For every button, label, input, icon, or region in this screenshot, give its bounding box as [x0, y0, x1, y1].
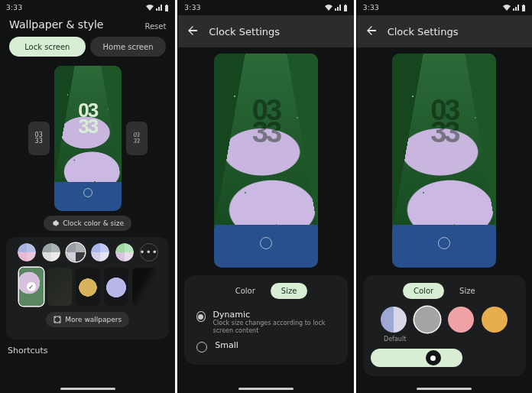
more-colors-button[interactable]: •••: [140, 243, 158, 261]
theme-card: ••• ✓ More wallpapers: [6, 237, 169, 339]
signal-icon: [513, 5, 519, 11]
phone-wallpaper-style: 3:33 Wallpaper & style Reset Lock screen…: [0, 0, 175, 393]
clock-color-size-label: Clock color & size: [63, 219, 124, 227]
check-icon: ✓: [27, 282, 36, 291]
section-shortcuts: Shortcuts: [8, 346, 167, 356]
phone-clock-color: 3:33 Clock Settings 03 33 Color Size Def…: [356, 0, 532, 393]
signal-icon: [335, 5, 341, 11]
clock-settings-sheet: Color Size Default: [363, 275, 526, 376]
clock-color-swatch[interactable]: [448, 307, 474, 333]
app-bar: Wallpaper & style Reset: [0, 15, 175, 37]
wallpaper-thumb[interactable]: ✓: [19, 268, 44, 306]
screen-toggle: Lock screen Home screen: [0, 37, 175, 63]
default-label: Default: [372, 336, 418, 343]
tab-lock-screen[interactable]: Lock screen: [9, 37, 86, 57]
clock-face-option-right[interactable]: 03 33: [126, 122, 148, 155]
clock-color-swatch[interactable]: [482, 307, 508, 333]
tab-home-screen[interactable]: Home screen: [90, 37, 167, 57]
phone-clock-size: 3:33 Clock Settings 03 33 Color Size Dyn…: [177, 0, 353, 393]
segment-size[interactable]: Size: [449, 283, 486, 299]
status-time: 3:33: [363, 4, 379, 11]
signal-icon: [156, 5, 162, 11]
battery-icon: [343, 5, 348, 11]
radio-checked-icon: [196, 311, 205, 322]
reset-button[interactable]: Reset: [144, 22, 166, 31]
app-bar: Clock Settings: [357, 15, 532, 47]
back-arrow-icon: [187, 25, 198, 36]
segment-size[interactable]: Size: [271, 283, 308, 299]
fingerprint-icon: [438, 237, 450, 249]
status-bar: 3:33: [0, 0, 175, 15]
fingerprint-icon: [83, 188, 92, 197]
preview-clock: 03 33: [78, 102, 97, 134]
color-swatch-row: •••: [12, 243, 163, 261]
status-time: 3:33: [6, 4, 22, 11]
wifi-icon: [146, 5, 154, 11]
nav-bar[interactable]: [0, 384, 175, 393]
saturation-slider[interactable]: [371, 349, 462, 367]
lock-preview-row: 03 33 03 33 03 33: [0, 63, 175, 216]
clock-settings-sheet: Color Size Dynamic Clock size changes ac…: [184, 275, 347, 365]
status-icons: [503, 5, 526, 11]
more-wallpapers-label: More wallpapers: [65, 316, 122, 323]
color-size-segment: Color Size: [371, 283, 518, 299]
segment-color[interactable]: Color: [225, 283, 266, 299]
size-option-dynamic[interactable]: Dynamic Clock size changes according to …: [192, 307, 339, 337]
wallpaper-icon: [54, 316, 61, 323]
app-bar: Clock Settings: [178, 15, 353, 47]
back-arrow-icon: [366, 25, 377, 36]
preview-clock: 03 33: [430, 99, 458, 145]
color-size-segment: Color Size: [192, 283, 339, 299]
small-title: Small: [215, 340, 238, 350]
status-icons: [325, 5, 348, 11]
dynamic-title: Dynamic: [213, 310, 336, 320]
clock-color-swatch-row: [371, 307, 518, 333]
lock-screen-preview[interactable]: 03 33: [392, 54, 496, 268]
page-title: Wallpaper & style: [9, 18, 103, 31]
color-swatch[interactable]: [66, 243, 85, 261]
wifi-icon: [503, 5, 511, 11]
battery-icon: [521, 5, 526, 11]
color-swatch[interactable]: [115, 243, 134, 261]
wallpaper-thumb[interactable]: [132, 268, 157, 306]
clock-color-swatch[interactable]: [414, 307, 440, 333]
status-time: 3:33: [184, 4, 200, 11]
color-swatch[interactable]: [42, 243, 60, 261]
wallpaper-thumb[interactable]: [47, 268, 72, 306]
status-bar: 3:33: [357, 0, 532, 15]
clock-face-option-left[interactable]: 03 33: [28, 122, 50, 155]
nav-bar[interactable]: [357, 384, 532, 393]
wallpaper-thumb[interactable]: [76, 268, 100, 306]
page-title: Clock Settings: [209, 26, 280, 37]
status-bar: 3:33: [178, 0, 353, 15]
battery-icon: [164, 5, 169, 11]
more-wallpapers-button[interactable]: More wallpapers: [46, 312, 129, 327]
back-button[interactable]: [366, 24, 377, 39]
wallpaper-row: ✓: [12, 268, 163, 306]
size-option-small[interactable]: Small: [192, 337, 339, 356]
color-swatch[interactable]: [91, 243, 109, 261]
back-button[interactable]: [187, 24, 198, 39]
nav-bar[interactable]: [178, 384, 353, 393]
radio-unchecked-icon: [196, 342, 207, 352]
lock-screen-preview[interactable]: 03 33: [214, 54, 318, 268]
gear-icon: [51, 219, 59, 227]
wallpaper-thumb[interactable]: [104, 268, 128, 306]
page-title: Clock Settings: [388, 26, 459, 37]
status-icons: [146, 5, 169, 11]
clock-color-size-button[interactable]: Clock color & size: [44, 216, 131, 231]
slider-thumb[interactable]: [426, 350, 441, 365]
preview-clock: 03 33: [252, 99, 280, 145]
clock-color-swatch[interactable]: [381, 307, 407, 333]
fingerprint-icon: [260, 237, 272, 249]
segment-color[interactable]: Color: [403, 283, 444, 299]
wifi-icon: [325, 5, 332, 11]
lock-screen-preview[interactable]: 03 33: [54, 66, 122, 211]
dynamic-subtitle: Clock size changes according to lock scr…: [213, 320, 336, 334]
color-swatch[interactable]: [18, 243, 36, 261]
